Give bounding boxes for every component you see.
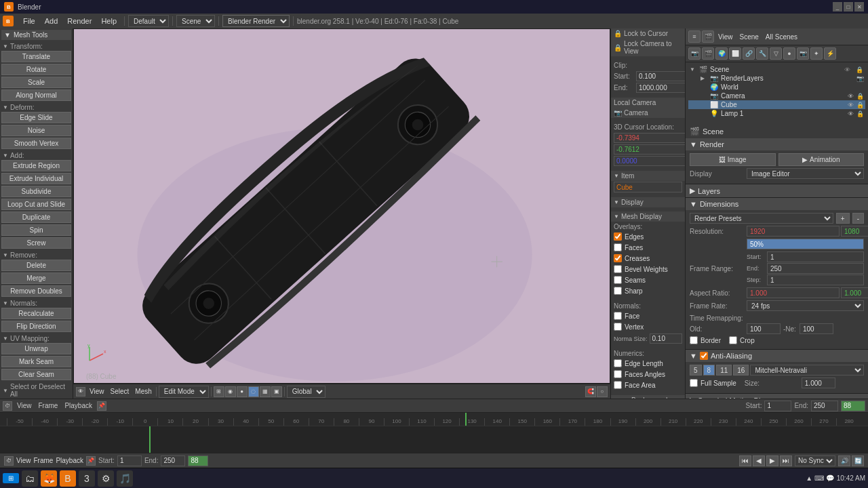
frame-btn[interactable]: Frame (37, 402, 60, 409)
tree-row-cube[interactable]: ⬜ Cube 👁 🔒 (688, 100, 865, 109)
lock-camera-btn[interactable]: 🔒 Lock Camera to View (611, 39, 685, 56)
animation-render-btn[interactable]: ▶ Animation (778, 153, 865, 166)
viewport-select-btn[interactable]: Select (108, 388, 132, 395)
clear-seam-button[interactable]: Clear Seam (1, 369, 71, 380)
physics-icon-btn[interactable]: ⚡ (824, 47, 836, 60)
aspect-x-input[interactable] (747, 287, 840, 298)
playback-icon[interactable]: ⏱ (4, 456, 14, 466)
skip-start-btn[interactable]: ⏮ (739, 455, 751, 466)
constraint-icon-btn[interactable]: 🔗 (743, 47, 755, 60)
aa-sample-16-btn[interactable]: 16 (733, 365, 749, 375)
item-header[interactable]: ▼ Item (611, 171, 685, 181)
vertex-normal-checkbox[interactable] (614, 323, 622, 331)
creases-checkbox[interactable] (614, 254, 622, 262)
tree-row-renderlayers[interactable]: ▶ 📷 RenderLayers 📷 (688, 74, 865, 83)
view-icon[interactable]: 👁 (76, 387, 85, 396)
playback-view-btn[interactable]: View (16, 457, 31, 464)
audio-btn[interactable]: 🔊 (838, 455, 850, 466)
tree-row-scene[interactable]: ▼ 🎬 Scene 👁 🔒 (688, 65, 865, 74)
res-y-input[interactable] (841, 226, 868, 237)
viewport-render-icon[interactable]: ▣ (271, 386, 282, 397)
frame-step-input[interactable] (767, 274, 864, 285)
norma-size-input[interactable] (650, 333, 682, 344)
loop-cut-button[interactable]: Loop Cut and Slide (1, 199, 71, 210)
play-back-btn[interactable]: ◀ (753, 455, 765, 466)
screw-button[interactable]: Screw (1, 237, 71, 249)
image-render-btn[interactable]: 🖼 Image (690, 153, 776, 166)
unwrap-button[interactable]: Unwrap (1, 343, 71, 354)
modifier-icon-btn[interactable]: 🔧 (756, 47, 768, 60)
merge-button[interactable]: Merge (1, 272, 71, 284)
play-btn[interactable]: ▶ (766, 455, 778, 466)
dimensions-section-title[interactable]: ▼ Dimensions (686, 198, 868, 210)
duplicate-button[interactable]: Duplicate (1, 211, 71, 223)
spin-button[interactable]: Spin (1, 224, 71, 236)
playback-btn[interactable]: Playback (62, 402, 94, 409)
translate-button[interactable]: Translate (1, 51, 71, 62)
close-button[interactable]: ✕ (854, 2, 864, 12)
taskbar-app-icon[interactable]: ⚙ (98, 470, 114, 487)
face-normal-checkbox[interactable] (614, 312, 622, 320)
viewport-wire-icon[interactable]: ◌ (248, 386, 259, 397)
extrude-individual-button[interactable]: Extrude Individual (1, 173, 71, 184)
faces-angles-checkbox[interactable] (614, 370, 622, 378)
mark-seam-button[interactable]: Mark Seam (1, 356, 71, 367)
flip-direction-button[interactable]: Flip Direction (1, 321, 71, 332)
edge-length-checkbox[interactable] (614, 359, 622, 367)
render-section-title[interactable]: ▼ Render (686, 138, 868, 150)
menu-render[interactable]: Render (63, 16, 96, 26)
rotate-button[interactable]: Rotate (1, 64, 71, 75)
full-sample-checkbox[interactable] (690, 379, 698, 387)
taskbar-icon-5[interactable]: 🎵 (117, 470, 133, 487)
tree-row-world[interactable]: 🌍 World (688, 83, 865, 92)
taskbar-blender-icon[interactable]: B (60, 470, 76, 487)
mesh-display-header[interactable]: ▼ Mesh Display (611, 211, 685, 222)
res-pct-input[interactable] (747, 239, 864, 249)
pb-end-input[interactable] (161, 455, 185, 466)
view-tab-btn[interactable]: ≡ (688, 30, 701, 43)
frame-start-input[interactable] (767, 251, 864, 262)
menu-add[interactable]: Add (41, 16, 62, 26)
edges-checkbox[interactable] (614, 232, 622, 241)
frame-rate-select[interactable]: 24 fps (747, 300, 864, 311)
taskbar-explorer-icon[interactable]: 🗂 (22, 470, 38, 487)
render-presets-del-btn[interactable]: - (852, 213, 864, 224)
res-x-input[interactable] (747, 226, 840, 237)
playback-label-btn[interactable]: Playback (56, 457, 83, 464)
subdivide-button[interactable]: Subdivide (1, 186, 71, 197)
edit-mode-select[interactable]: Edit Mode (159, 386, 209, 398)
faces-checkbox[interactable] (614, 243, 622, 251)
render-presets-select[interactable]: Render Presets (690, 213, 833, 224)
noise-button[interactable]: Noise (1, 125, 71, 136)
edge-slide-button[interactable]: Edge Slide (1, 112, 71, 123)
minimize-button[interactable]: _ (833, 2, 842, 12)
scene-icon-btn[interactable]: 🎬 (702, 47, 714, 60)
new-input[interactable] (800, 323, 833, 334)
playback-frame-btn[interactable]: Frame (34, 457, 54, 464)
start-button[interactable]: ⊞ (3, 473, 19, 483)
extrude-region-button[interactable]: Extrude Region (1, 160, 71, 171)
all-scenes-btn[interactable]: All Scenes (763, 33, 800, 41)
data-icon-btn[interactable]: ▽ (770, 47, 782, 60)
local-camera-header[interactable]: Local Camera (611, 98, 685, 108)
bevel-weights-checkbox[interactable] (614, 265, 622, 273)
engine-select[interactable]: Blender Render (222, 15, 290, 27)
proportional-icon[interactable]: ○ (597, 386, 608, 397)
smooth-vertex-button[interactable]: Smooth Vertex (1, 138, 71, 149)
sync-select[interactable]: No Sync (795, 455, 835, 466)
seams-checkbox[interactable] (614, 276, 622, 284)
taskbar-firefox-icon[interactable]: 🦊 (41, 470, 57, 487)
pivot-select[interactable]: Global (287, 386, 326, 398)
lock-cursor-btn[interactable]: 🔒 Lock to Cursor (611, 28, 685, 39)
viewport-mesh-btn[interactable]: Mesh (133, 388, 153, 395)
aspect-y-input[interactable] (841, 287, 868, 298)
delete-button[interactable]: Delete (1, 260, 71, 271)
display-select[interactable]: Image Editor (747, 168, 864, 179)
object-icon-btn[interactable]: ⬜ (729, 47, 741, 60)
sharp-checkbox[interactable] (614, 287, 622, 295)
window-controls[interactable]: _ □ ✕ (833, 2, 864, 12)
layout-select[interactable]: Default (128, 15, 169, 27)
aa-section-title[interactable]: ▼ Anti-Aliasing (686, 350, 868, 362)
frame-end-input[interactable] (767, 263, 864, 274)
old-input[interactable] (747, 323, 781, 334)
